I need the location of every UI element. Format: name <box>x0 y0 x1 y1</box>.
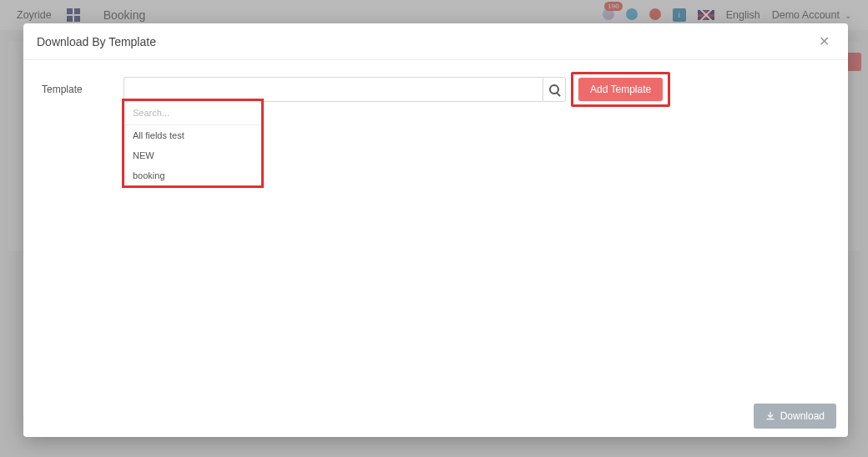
dropdown-item[interactable]: booking <box>124 165 261 185</box>
dropdown-item[interactable]: NEW <box>124 145 261 165</box>
download-icon <box>765 411 775 421</box>
close-icon[interactable]: ✕ <box>814 32 835 51</box>
template-dropdown-highlight: All fields test NEW booking <box>122 99 264 188</box>
download-button-label: Download <box>780 410 825 422</box>
dropdown-item[interactable]: All fields test <box>124 125 261 145</box>
template-label: Template <box>42 84 124 95</box>
download-template-modal: Download By Template ✕ Template Add Temp… <box>23 23 848 437</box>
modal-body: Template Add Template All fields test NE… <box>23 60 848 395</box>
template-dropdown: All fields test NEW booking <box>124 101 261 185</box>
modal-header: Download By Template ✕ <box>23 23 848 60</box>
add-template-highlight: Add Template <box>571 72 670 107</box>
modal-footer: Download <box>23 395 848 437</box>
add-template-button[interactable]: Add Template <box>578 78 663 101</box>
modal-title: Download By Template <box>37 35 156 48</box>
dropdown-search-input[interactable] <box>124 101 261 125</box>
search-icon <box>549 84 559 94</box>
download-button[interactable]: Download <box>754 404 836 429</box>
template-search-button[interactable] <box>542 77 566 102</box>
